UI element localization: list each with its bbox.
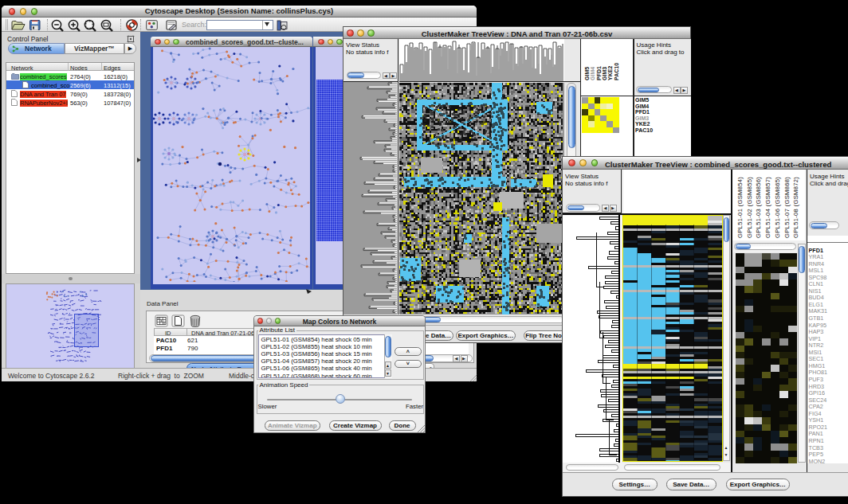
- svg-text:GPL51-08 (GSM872): GPL51-08 (GSM872): [792, 177, 799, 238]
- svg-text:GPL51-04 (GSM857): GPL51-04 (GSM857): [764, 177, 771, 238]
- svg-text:GPL51-03 (GSM856): GPL51-03 (GSM856): [755, 177, 762, 238]
- svg-text:GPL51-02 (GSM855): GPL51-02 (GSM855): [746, 177, 753, 238]
- svg-text:YKE2: YKE2: [607, 66, 613, 80]
- svg-text:GPL51-01 (GSM854): GPL51-01 (GSM854): [736, 177, 744, 238]
- svg-text:GIM4: GIM4: [590, 67, 595, 80]
- svg-text:PFD1: PFD1: [596, 66, 602, 80]
- svg-text:GPL51-06 (GSM865): GPL51-06 (GSM865): [774, 177, 781, 238]
- svg-text:GIM5: GIM5: [584, 67, 590, 80]
- svg-text:PAC10: PAC10: [614, 63, 619, 80]
- svg-text:GIM3: GIM3: [602, 67, 607, 80]
- svg-text:GPL51-07 (GSM868): GPL51-07 (GSM868): [783, 177, 791, 238]
